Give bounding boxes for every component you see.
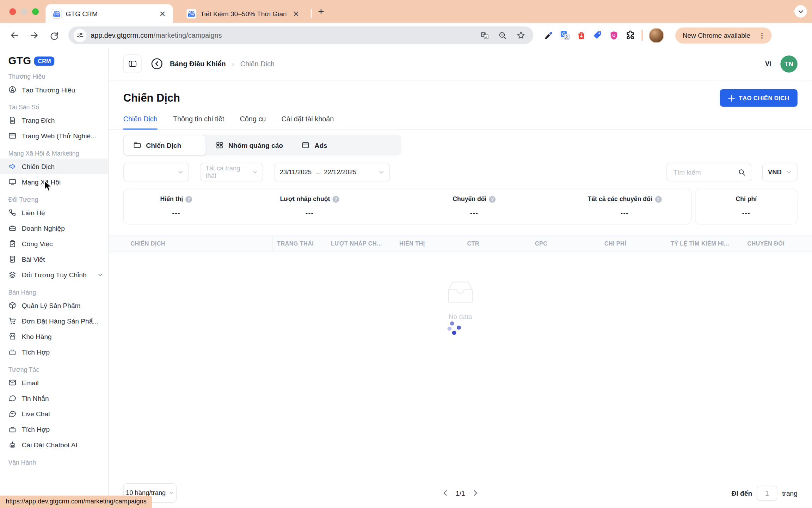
tab-campaigns[interactable]: Chiến Dịch — [123, 115, 158, 129]
zoom-window-button[interactable] — [32, 8, 39, 15]
column-cost[interactable]: CHI PHÍ — [600, 240, 666, 247]
column-cpc[interactable]: CPC — [531, 240, 600, 247]
url-text: app.dev.gtgcrm.com/marketing/campaigns — [91, 31, 473, 39]
user-avatar[interactable]: TN — [780, 55, 797, 72]
date-range-picker[interactable]: 23/11/2025 → 22/12/2025 — [274, 163, 390, 181]
create-campaign-button[interactable]: TẠO CHIẾN DỊCH — [720, 89, 798, 107]
chevron-down-icon — [379, 169, 384, 175]
reload-icon[interactable] — [45, 27, 62, 43]
column-ctr[interactable]: CTR — [463, 240, 531, 247]
tab-account-settings[interactable]: Cài đặt tài khoản — [281, 115, 334, 129]
site-settings-icon[interactable] — [74, 29, 87, 42]
back-icon[interactable] — [6, 27, 23, 43]
grid-icon — [215, 141, 224, 150]
chrome-update-button[interactable]: New Chrome available ⋮ — [675, 27, 771, 43]
sidebar-item-campaigns[interactable]: Chiến Dịch — [0, 159, 108, 174]
sidebar-item-custom-objects[interactable]: Đối Tượng Tùy Chỉnh — [0, 267, 108, 283]
date-from[interactable]: 23/11/2025 — [279, 169, 312, 176]
new-tab-button[interactable]: + — [318, 6, 324, 18]
search-field[interactable] — [666, 163, 751, 181]
column-clicks[interactable]: LƯỢT NHẤP CH... — [327, 240, 395, 247]
sidebar-item-email[interactable]: Email — [0, 375, 108, 390]
eyedropper-extension-icon[interactable] — [544, 30, 554, 40]
info-icon[interactable]: ? — [333, 196, 339, 202]
segment-campaigns[interactable]: Chiến Dịch — [123, 135, 206, 156]
sidebar-toggle-button[interactable] — [123, 54, 142, 73]
google-translate-extension-icon[interactable]: G文 — [560, 30, 570, 40]
language-selector[interactable]: VI — [765, 60, 771, 67]
segment-ad-groups[interactable]: Nhóm quảng cáo — [206, 135, 293, 156]
close-window-button[interactable] — [9, 8, 16, 15]
info-icon[interactable]: ? — [186, 196, 192, 202]
column-search-rate[interactable]: TỶ LỆ TÌM KIẾM HI... — [666, 240, 743, 247]
campaign-type-select[interactable] — [123, 163, 189, 181]
bookmark-star-icon[interactable] — [514, 31, 528, 40]
shield-u-extension-icon[interactable]: U — [609, 30, 619, 40]
profile-avatar[interactable] — [649, 28, 664, 43]
chevron-down-icon[interactable] — [97, 272, 103, 278]
browser-status-bar: https://app.dev.gtgcrm.com/marketing/cam… — [0, 496, 152, 508]
extensions-puzzle-icon[interactable] — [625, 30, 635, 40]
sidebar-item-live-chat[interactable]: Live Chat — [0, 406, 108, 422]
sidebar-item-landing-page[interactable]: Trang Đích — [0, 113, 108, 128]
date-to[interactable]: 22/12/2025 — [324, 169, 356, 176]
sidebar-item-companies[interactable]: Doanh Nghiệp — [0, 220, 108, 236]
browser-titlebar: GTGCRM GTG CRM ✕ GTGCRM Tiết Kiệm 30–50%… — [0, 0, 812, 23]
sidebar-item-integrations-engagement[interactable]: Tích Hợp — [0, 422, 108, 437]
browser-tab-inactive[interactable]: GTGCRM Tiết Kiệm 30–50% Thời Gian ✕ — [180, 4, 307, 23]
sidebar-item-product-management[interactable]: Quản Lý Sản Phẩm — [0, 297, 108, 313]
svg-text:文: 文 — [565, 35, 569, 39]
tab-tools[interactable]: Công cụ — [240, 115, 266, 129]
sidebar-item-posts[interactable]: Bài Viết — [0, 252, 108, 267]
empty-inbox-icon — [443, 280, 478, 304]
zoom-out-icon[interactable] — [496, 31, 510, 40]
app-window: GTG CRM Thương Hiệu Tạo Thương Hiệu Tài … — [0, 48, 812, 508]
sidebar-section-digital-assets: Tài Sản Số — [8, 104, 100, 111]
translate-icon[interactable]: GA — [478, 31, 492, 40]
minimize-window-button[interactable] — [21, 8, 27, 15]
stats-summary: Hiển thị? --- Lượt nhấp chuột? --- Chuyể… — [123, 189, 798, 224]
sidebar-item-website[interactable]: Trang Web (Thử Nghiệ... — [0, 128, 108, 144]
search-input[interactable] — [672, 168, 726, 176]
sidebar-item-contacts[interactable]: Liên Hệ — [0, 205, 108, 220]
coupon-tag-extension-icon[interactable] — [592, 30, 603, 40]
column-conversions[interactable]: CHUYỂN ĐỔI — [743, 240, 796, 247]
tab-search-chevron-icon[interactable] — [794, 5, 807, 18]
status-filter-select[interactable]: Tất cả trạng thái — [200, 163, 263, 181]
tab-close-icon[interactable]: ✕ — [291, 8, 301, 18]
sidebar-item-create-brand[interactable]: Tạo Thương Hiệu — [0, 82, 108, 97]
sidebar-item-chatbot-settings[interactable]: Cài Đặt Chatbot AI — [0, 437, 108, 453]
next-page-icon[interactable] — [472, 490, 479, 496]
breadcrumb-dashboard[interactable]: Bảng Điều Khiển — [170, 60, 226, 68]
search-icon[interactable] — [738, 168, 746, 176]
back-button[interactable] — [150, 57, 164, 71]
no-data-label: No data — [449, 313, 472, 320]
sidebar-item-warehouse[interactable]: Kho Hàng — [0, 329, 108, 344]
window-controls[interactable] — [9, 8, 39, 15]
main-content: Bảng Điều Khiển › Chiến Dịch VI TN Chiến… — [109, 48, 812, 508]
currency-select[interactable]: VND — [762, 163, 798, 181]
sidebar-item-product-orders[interactable]: Đơn Đặt Hàng Sản Phẩ... — [0, 313, 108, 329]
address-bar[interactable]: app.dev.gtgcrm.com/marketing/campaigns G… — [68, 26, 534, 44]
column-impressions[interactable]: HIỂN THỊ — [395, 240, 463, 247]
column-status[interactable]: TRẠNG THÁI — [273, 240, 327, 247]
tab-close-icon[interactable]: ✕ — [157, 8, 168, 18]
sidebar-item-messages[interactable]: Tin Nhắn — [0, 390, 108, 406]
tab-details[interactable]: Thông tin chi tiết — [173, 115, 224, 129]
shopping-bag-extension-icon[interactable] — [576, 30, 586, 40]
segment-ads[interactable]: Ads — [292, 135, 337, 156]
info-icon[interactable]: ? — [655, 196, 662, 202]
info-icon[interactable]: ? — [489, 196, 496, 202]
column-campaign[interactable]: CHIẾN DỊCH — [123, 235, 273, 252]
toolbar-divider — [642, 30, 643, 41]
app-logo[interactable]: GTG CRM — [8, 55, 109, 67]
sidebar-item-tasks[interactable]: Công Việc — [0, 236, 108, 252]
chrome-menu-icon[interactable]: ⋮ — [756, 31, 769, 39]
sidebar-item-integrations-sales[interactable]: Tích Hợp — [0, 344, 108, 360]
forward-icon[interactable] — [26, 27, 42, 43]
sidebar-item-social-network[interactable]: Mạng Xã Hội — [0, 174, 108, 190]
plus-icon — [728, 95, 734, 101]
browser-tab-active[interactable]: GTGCRM GTG CRM ✕ — [45, 4, 173, 23]
prev-page-icon[interactable] — [442, 490, 449, 496]
goto-page-input[interactable] — [757, 485, 777, 501]
